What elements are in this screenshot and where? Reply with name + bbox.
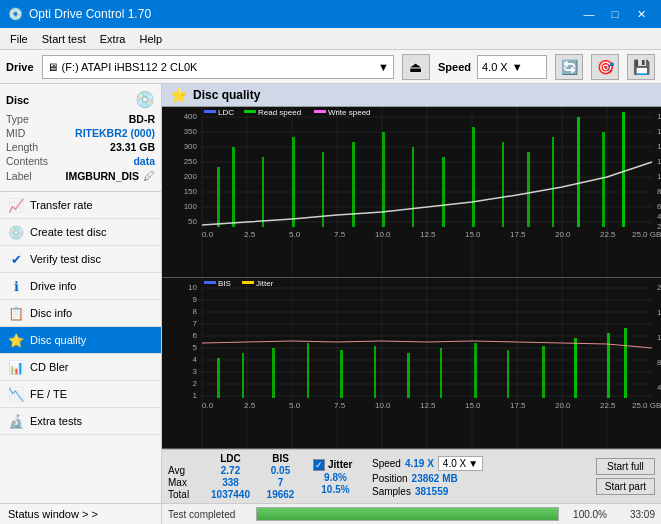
svg-text:Read speed: Read speed [258,108,301,117]
disc-header: Disc 💿 [6,90,155,109]
disc-type-val: BD-R [129,113,155,125]
nav-disc-quality[interactable]: ⭐ Disc quality [0,327,161,354]
svg-text:9: 9 [193,295,198,304]
svg-rect-20 [262,157,264,227]
svg-text:4: 4 [193,355,198,364]
svg-rect-119 [242,281,254,284]
position-label: Position [372,473,408,484]
disc-label-val: IMGBURN_DIS [65,170,139,182]
save-button[interactable]: 💾 [627,54,655,80]
eject-button[interactable]: ⏏ [402,54,430,80]
menu-bar: File Start test Extra Help [0,28,661,50]
nav-verify-test-disc[interactable]: ✔ Verify test disc [0,246,161,273]
menu-extra[interactable]: Extra [94,31,132,47]
svg-text:18X: 18X [657,112,661,121]
speed-row: Speed 4.19 X 4.0 X ▼ [372,456,483,471]
nav-disc-info[interactable]: 📋 Disc info [0,300,161,327]
stats-max-ldc: 338 [203,477,258,488]
svg-text:20.0: 20.0 [555,230,571,239]
disc-contents-val: data [133,155,155,167]
svg-rect-27 [472,127,475,227]
menu-file[interactable]: File [4,31,34,47]
svg-text:Jitter: Jitter [256,279,274,288]
progress-area: Test completed 100.0% 33:09 [162,503,661,524]
stats-ldc-header: LDC [203,453,258,464]
jitter-label: Jitter [328,459,352,470]
svg-text:300: 300 [184,142,198,151]
svg-text:10X: 10X [657,172,661,181]
start-part-button[interactable]: Start part [596,478,655,495]
quality-panel-icon: ⭐ [170,87,187,103]
disc-panel-icon: 💿 [135,90,155,109]
svg-rect-19 [232,147,235,227]
disc-type-key: Type [6,113,29,125]
svg-text:12.5: 12.5 [420,401,436,410]
ldc-chart: 400 350 300 250 200 150 100 50 18X 16X 1… [162,107,661,278]
drive-bar: Drive 🖥 (F:) ATAPI iHBS112 2 CL0K ▼ ⏏ Sp… [0,50,661,84]
svg-text:5.0: 5.0 [289,401,301,410]
main-layout: Disc 💿 Type BD-R MID RITEKBR2 (000) Leng… [0,84,661,524]
samples-row: Samples 381559 [372,486,483,497]
start-full-button[interactable]: Start full [596,458,655,475]
minimize-button[interactable]: — [577,5,601,23]
svg-text:12.5: 12.5 [420,230,436,239]
disc-mid-val: RITEKBR2 (000) [75,127,155,139]
nav-transfer-rate[interactable]: 📈 Transfer rate [0,192,161,219]
svg-rect-88 [217,358,220,398]
nav-create-test-disc[interactable]: 💿 Create test disc [0,219,161,246]
speed-position-section: Speed 4.19 X 4.0 X ▼ Position 23862 MB S… [372,456,483,497]
svg-text:LDC: LDC [218,108,234,117]
svg-text:BIS: BIS [218,279,231,288]
stats-avg-label: Avg [168,465,203,476]
disc-label-key: Label [6,170,32,182]
speed-select[interactable]: 4.0 X ▼ [477,55,547,79]
nav-fe-te[interactable]: 📉 FE / TE [0,381,161,408]
menu-help[interactable]: Help [133,31,168,47]
svg-text:10.0: 10.0 [375,230,391,239]
disc-info-panel: Disc 💿 Type BD-R MID RITEKBR2 (000) Leng… [0,84,161,192]
svg-rect-101 [624,328,627,398]
position-val: 23862 MB [412,473,458,484]
stats-bis-header: BIS [258,453,303,464]
drive-select[interactable]: 🖥 (F:) ATAPI iHBS112 2 CL0K ▼ [42,55,394,79]
svg-text:4%: 4% [657,383,661,392]
progress-percent: 100.0% [567,509,607,520]
stats-bar: LDC BIS Avg 2.72 0.05 Max 338 7 Total [162,449,661,503]
jitter-avg: 9.8% [313,472,358,483]
maximize-button[interactable]: □ [603,5,627,23]
close-button[interactable]: ✕ [629,5,653,23]
disc-type-row: Type BD-R [6,113,155,125]
stats-max-bis: 7 [258,477,303,488]
speed-dropdown[interactable]: 4.0 X ▼ [438,456,483,471]
target-button[interactable]: 🎯 [591,54,619,80]
svg-rect-29 [527,152,530,227]
svg-rect-31 [577,117,580,227]
app-icon: 💿 [8,7,23,21]
svg-rect-28 [502,142,504,227]
jitter-checkbox[interactable]: ✓ [313,459,325,471]
svg-text:Write speed: Write speed [328,108,371,117]
drive-dropdown-icon: ▼ [378,61,389,73]
svg-rect-98 [542,346,545,398]
svg-text:7.5: 7.5 [334,401,346,410]
jitter-max-row: 10.5% [313,484,358,495]
disc-label-row: Label IMGBURN_DIS 🖊 [6,169,155,183]
svg-rect-51 [204,110,216,113]
nav-drive-info[interactable]: ℹ Drive info [0,273,161,300]
menu-start-test[interactable]: Start test [36,31,92,47]
refresh-button[interactable]: 🔄 [555,54,583,80]
svg-rect-92 [340,350,343,398]
jitter-avg-row: 9.8% [313,472,358,483]
status-window-button[interactable]: Status window > > [0,503,161,524]
nav-extra-tests[interactable]: 🔬 Extra tests [0,408,161,435]
transfer-rate-icon: 📈 [8,197,24,213]
stats-max-row: Max 338 7 [168,477,303,488]
svg-text:3: 3 [193,367,198,376]
svg-text:15.0: 15.0 [465,230,481,239]
create-test-disc-icon: 💿 [8,224,24,240]
svg-text:20%: 20% [657,283,661,292]
nav-cd-bler[interactable]: 📊 CD Bler [0,354,161,381]
title-bar: 💿 Opti Drive Control 1.70 — □ ✕ [0,0,661,28]
svg-rect-33 [622,112,625,227]
svg-text:0.0: 0.0 [202,230,214,239]
